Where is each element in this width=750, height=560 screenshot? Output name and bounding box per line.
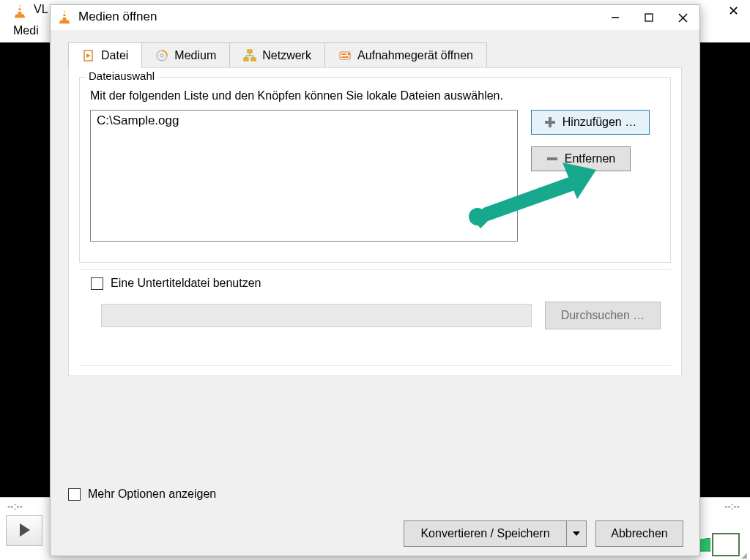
subtitle-file-field <box>101 304 532 327</box>
cancel-button[interactable]: Abbrechen <box>595 520 683 547</box>
svg-rect-16 <box>251 58 256 61</box>
svg-rect-27 <box>547 157 557 160</box>
tab-network-label: Netzwerk <box>262 49 311 62</box>
tab-disc[interactable]: Medium <box>141 42 230 68</box>
convert-save-button[interactable]: Konvertieren / Speichern <box>404 520 587 547</box>
svg-rect-14 <box>248 50 252 53</box>
capture-tab-icon <box>338 49 352 62</box>
tab-file-label: Datei <box>101 49 128 62</box>
file-selection-instruction: Mit der folgenden Liste und den Knöpfen … <box>90 89 503 102</box>
tab-capture[interactable]: Aufnahmegerät öffnen <box>324 42 487 68</box>
more-options-label: Mehr Optionen anzeigen <box>88 488 216 501</box>
use-subtitle-label: Eine Untertiteldatei benutzen <box>111 277 261 290</box>
cancel-label: Abbrechen <box>611 527 667 540</box>
time-elapsed: --:-- <box>7 501 23 512</box>
dialog-body: Datei Medium Netzwerk Aufnahmegerät öffn… <box>51 30 699 556</box>
vlc-cone-icon <box>12 3 28 19</box>
more-options-checkbox[interactable] <box>68 488 81 501</box>
main-window-close-button[interactable]: ✕ <box>716 0 750 22</box>
browse-subtitle-button: Durchsuchen … <box>545 302 661 329</box>
main-window-title: VL <box>34 3 48 16</box>
open-media-dialog: Medien öffnen Datei Medium <box>50 4 700 556</box>
svg-rect-26 <box>545 121 555 124</box>
use-subtitle-checkbox-row[interactable]: Eine Untertiteldatei benutzen <box>91 277 261 290</box>
fullscreen-button[interactable] <box>712 533 740 556</box>
minus-icon <box>546 153 558 165</box>
use-subtitle-checkbox[interactable] <box>91 277 103 290</box>
svg-rect-0 <box>18 7 22 9</box>
dialog-minimize-button[interactable] <box>598 5 632 30</box>
add-file-button[interactable]: Hinzufügen … <box>531 110 650 135</box>
tab-capture-label: Aufnahmegerät öffnen <box>357 49 473 62</box>
vlc-cone-icon <box>56 9 73 25</box>
file-list[interactable]: C:\Sample.ogg <box>90 110 518 242</box>
more-options-checkbox-row[interactable]: Mehr Optionen anzeigen <box>68 488 216 501</box>
dialog-maximize-button[interactable] <box>632 5 666 30</box>
network-tab-icon <box>243 49 256 62</box>
dialog-close-button[interactable] <box>666 5 699 30</box>
tab-file[interactable]: Datei <box>68 42 142 68</box>
remove-file-label: Entfernen <box>565 152 615 165</box>
play-button[interactable] <box>6 515 42 546</box>
svg-rect-1 <box>18 10 22 12</box>
disc-tab-icon <box>155 49 168 62</box>
time-remaining: --:-- <box>724 501 740 512</box>
svg-rect-21 <box>340 52 350 59</box>
browse-subtitle-label: Durchsuchen … <box>561 309 645 322</box>
tab-disc-label: Medium <box>174 49 216 62</box>
svg-rect-4 <box>63 13 67 15</box>
file-tab-panel: Dateiauswahl Mit der folgenden Liste und… <box>68 67 682 376</box>
subtitle-section: Eine Untertiteldatei benutzen Durchsuche… <box>79 269 671 366</box>
convert-save-dropdown[interactable] <box>566 521 586 546</box>
svg-rect-15 <box>244 58 248 61</box>
svg-marker-28 <box>573 531 580 536</box>
plus-icon <box>544 116 556 128</box>
tab-network[interactable]: Netzwerk <box>229 42 325 68</box>
file-tab-icon <box>82 49 95 62</box>
chevron-down-icon <box>573 531 580 536</box>
svg-rect-23 <box>341 56 349 58</box>
svg-rect-22 <box>341 53 346 55</box>
svg-rect-7 <box>645 14 653 21</box>
tab-strip: Datei Medium Netzwerk Aufnahmegerät öffn… <box>68 42 486 67</box>
convert-save-label: Konvertieren / Speichern <box>404 521 566 546</box>
svg-point-24 <box>348 53 350 56</box>
dialog-titlebar: Medien öffnen <box>51 5 699 30</box>
file-selection-fieldset: Dateiauswahl Mit der folgenden Liste und… <box>79 77 671 263</box>
svg-rect-5 <box>62 16 67 18</box>
remove-file-button[interactable]: Entfernen <box>531 146 631 171</box>
file-selection-legend: Dateiauswahl <box>86 70 157 82</box>
dialog-title: Medien öffnen <box>78 10 157 24</box>
menu-media[interactable]: Medi <box>13 24 39 37</box>
svg-point-13 <box>160 54 163 57</box>
resize-grip-icon: ◢ <box>741 551 749 559</box>
add-file-label: Hinzufügen … <box>562 116 636 129</box>
file-list-item[interactable]: C:\Sample.ogg <box>97 113 511 128</box>
